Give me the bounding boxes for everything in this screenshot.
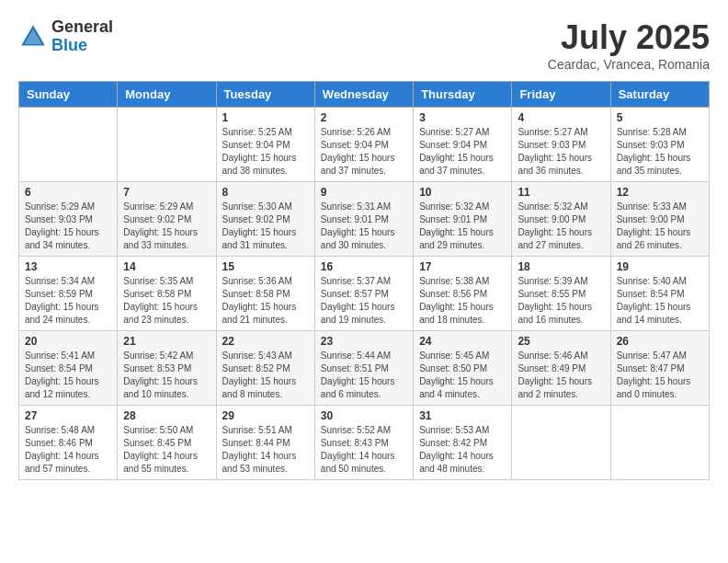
calendar-cell: 22Sunrise: 5:43 AM Sunset: 8:52 PM Dayli… — [216, 331, 314, 406]
day-detail: Sunrise: 5:53 AM Sunset: 8:42 PM Dayligh… — [419, 424, 506, 476]
day-detail: Sunrise: 5:34 AM Sunset: 8:59 PM Dayligh… — [25, 275, 111, 327]
logo: General Blue — [18, 18, 113, 55]
calendar-cell: 19Sunrise: 5:40 AM Sunset: 8:54 PM Dayli… — [610, 257, 709, 331]
day-number: 21 — [123, 335, 210, 348]
day-detail: Sunrise: 5:30 AM Sunset: 9:02 PM Dayligh… — [222, 201, 309, 252]
day-detail: Sunrise: 5:38 AM Sunset: 8:56 PM Dayligh… — [419, 275, 506, 327]
calendar-header: SundayMondayTuesdayWednesdayThursdayFrid… — [19, 82, 710, 108]
logo-text: General Blue — [51, 18, 113, 55]
day-number: 16 — [321, 260, 407, 273]
day-number: 24 — [419, 335, 506, 348]
calendar-cell: 8Sunrise: 5:30 AM Sunset: 9:02 PM Daylig… — [216, 182, 314, 257]
day-detail: Sunrise: 5:43 AM Sunset: 8:52 PM Dayligh… — [222, 350, 309, 401]
day-number: 29 — [222, 409, 309, 422]
calendar-cell: 16Sunrise: 5:37 AM Sunset: 8:57 PM Dayli… — [314, 257, 413, 331]
day-detail: Sunrise: 5:51 AM Sunset: 8:44 PM Dayligh… — [222, 424, 309, 476]
weekday-header: Monday — [118, 82, 216, 108]
day-detail: Sunrise: 5:45 AM Sunset: 8:50 PM Dayligh… — [419, 350, 506, 401]
day-number: 1 — [222, 111, 309, 124]
day-detail: Sunrise: 5:28 AM Sunset: 9:03 PM Dayligh… — [617, 126, 703, 178]
calendar-cell: 6Sunrise: 5:29 AM Sunset: 9:03 PM Daylig… — [19, 182, 118, 257]
day-number: 28 — [123, 409, 210, 422]
weekday-header: Thursday — [414, 82, 512, 108]
day-number: 17 — [419, 260, 506, 273]
calendar-cell: 26Sunrise: 5:47 AM Sunset: 8:47 PM Dayli… — [610, 331, 709, 406]
day-number: 26 — [617, 335, 703, 348]
day-detail: Sunrise: 5:47 AM Sunset: 8:47 PM Dayligh… — [617, 350, 703, 401]
day-number: 13 — [25, 260, 111, 273]
day-number: 22 — [222, 335, 309, 348]
calendar-cell: 31Sunrise: 5:53 AM Sunset: 8:42 PM Dayli… — [414, 406, 512, 480]
month-year: July 2025 — [548, 18, 710, 57]
calendar-cell: 13Sunrise: 5:34 AM Sunset: 8:59 PM Dayli… — [19, 257, 118, 331]
day-detail: Sunrise: 5:31 AM Sunset: 9:01 PM Dayligh… — [321, 201, 407, 252]
calendar-table: SundayMondayTuesdayWednesdayThursdayFrid… — [18, 81, 710, 480]
calendar-cell: 30Sunrise: 5:52 AM Sunset: 8:43 PM Dayli… — [314, 406, 413, 480]
day-detail: Sunrise: 5:33 AM Sunset: 9:00 PM Dayligh… — [617, 201, 703, 252]
calendar-cell: 12Sunrise: 5:33 AM Sunset: 9:00 PM Dayli… — [610, 182, 709, 257]
day-number: 27 — [25, 409, 111, 422]
calendar-cell: 9Sunrise: 5:31 AM Sunset: 9:01 PM Daylig… — [314, 182, 413, 257]
location: Ceardac, Vrancea, Romania — [548, 57, 710, 72]
calendar-cell: 29Sunrise: 5:51 AM Sunset: 8:44 PM Dayli… — [216, 406, 314, 480]
day-number: 25 — [518, 335, 604, 348]
day-detail: Sunrise: 5:42 AM Sunset: 8:53 PM Dayligh… — [123, 350, 210, 401]
day-detail: Sunrise: 5:48 AM Sunset: 8:46 PM Dayligh… — [25, 424, 111, 476]
calendar-cell: 1Sunrise: 5:25 AM Sunset: 9:04 PM Daylig… — [216, 108, 314, 182]
day-detail: Sunrise: 5:32 AM Sunset: 9:01 PM Dayligh… — [419, 201, 506, 252]
calendar-cell: 20Sunrise: 5:41 AM Sunset: 8:54 PM Dayli… — [19, 331, 118, 406]
day-number: 18 — [518, 260, 604, 273]
calendar-cell: 3Sunrise: 5:27 AM Sunset: 9:04 PM Daylig… — [414, 108, 512, 182]
day-number: 3 — [419, 111, 506, 124]
day-number: 8 — [222, 186, 309, 199]
day-number: 15 — [222, 260, 309, 273]
day-detail: Sunrise: 5:32 AM Sunset: 9:00 PM Dayligh… — [518, 201, 604, 252]
calendar-cell: 4Sunrise: 5:27 AM Sunset: 9:03 PM Daylig… — [512, 108, 610, 182]
day-detail: Sunrise: 5:27 AM Sunset: 9:03 PM Dayligh… — [518, 126, 604, 178]
day-detail: Sunrise: 5:27 AM Sunset: 9:04 PM Dayligh… — [419, 126, 506, 178]
weekday-header: Friday — [512, 82, 610, 108]
calendar-cell — [512, 406, 610, 480]
weekday-header: Wednesday — [314, 82, 413, 108]
calendar-cell — [118, 108, 216, 182]
calendar-cell: 28Sunrise: 5:50 AM Sunset: 8:45 PM Dayli… — [118, 406, 216, 480]
calendar-cell: 15Sunrise: 5:36 AM Sunset: 8:58 PM Dayli… — [216, 257, 314, 331]
calendar-cell: 17Sunrise: 5:38 AM Sunset: 8:56 PM Dayli… — [414, 257, 512, 331]
weekday-header: Tuesday — [216, 82, 314, 108]
day-number: 2 — [321, 111, 407, 124]
calendar-cell: 27Sunrise: 5:48 AM Sunset: 8:46 PM Dayli… — [19, 406, 118, 480]
calendar-cell — [610, 406, 709, 480]
day-number: 4 — [518, 111, 604, 124]
calendar-cell: 14Sunrise: 5:35 AM Sunset: 8:58 PM Dayli… — [118, 257, 216, 331]
day-detail: Sunrise: 5:26 AM Sunset: 9:04 PM Dayligh… — [321, 126, 407, 178]
day-number: 11 — [518, 186, 604, 199]
day-number: 19 — [617, 260, 703, 273]
calendar-cell: 23Sunrise: 5:44 AM Sunset: 8:51 PM Dayli… — [314, 331, 413, 406]
day-number: 23 — [321, 335, 407, 348]
day-detail: Sunrise: 5:50 AM Sunset: 8:45 PM Dayligh… — [123, 424, 210, 476]
page-header: General Blue July 2025 Ceardac, Vrancea,… — [18, 18, 710, 72]
calendar-cell: 2Sunrise: 5:26 AM Sunset: 9:04 PM Daylig… — [314, 108, 413, 182]
day-detail: Sunrise: 5:25 AM Sunset: 9:04 PM Dayligh… — [222, 126, 309, 178]
day-number: 9 — [321, 186, 407, 199]
day-number: 10 — [419, 186, 506, 199]
logo-icon — [18, 22, 48, 52]
calendar-cell: 21Sunrise: 5:42 AM Sunset: 8:53 PM Dayli… — [118, 331, 216, 406]
weekday-header: Sunday — [19, 82, 118, 108]
day-number: 30 — [321, 409, 407, 422]
calendar-cell — [19, 108, 118, 182]
calendar-cell: 18Sunrise: 5:39 AM Sunset: 8:55 PM Dayli… — [512, 257, 610, 331]
day-detail: Sunrise: 5:52 AM Sunset: 8:43 PM Dayligh… — [321, 424, 407, 476]
day-detail: Sunrise: 5:46 AM Sunset: 8:49 PM Dayligh… — [518, 350, 604, 401]
calendar-cell: 11Sunrise: 5:32 AM Sunset: 9:00 PM Dayli… — [512, 182, 610, 257]
day-detail: Sunrise: 5:29 AM Sunset: 9:02 PM Dayligh… — [123, 201, 210, 252]
day-number: 6 — [25, 186, 111, 199]
weekday-header: Saturday — [610, 82, 709, 108]
day-number: 5 — [617, 111, 703, 124]
day-detail: Sunrise: 5:37 AM Sunset: 8:57 PM Dayligh… — [321, 275, 407, 327]
calendar-cell: 25Sunrise: 5:46 AM Sunset: 8:49 PM Dayli… — [512, 331, 610, 406]
day-detail: Sunrise: 5:40 AM Sunset: 8:54 PM Dayligh… — [617, 275, 703, 327]
day-number: 31 — [419, 409, 506, 422]
day-detail: Sunrise: 5:29 AM Sunset: 9:03 PM Dayligh… — [25, 201, 111, 252]
day-number: 14 — [123, 260, 210, 273]
